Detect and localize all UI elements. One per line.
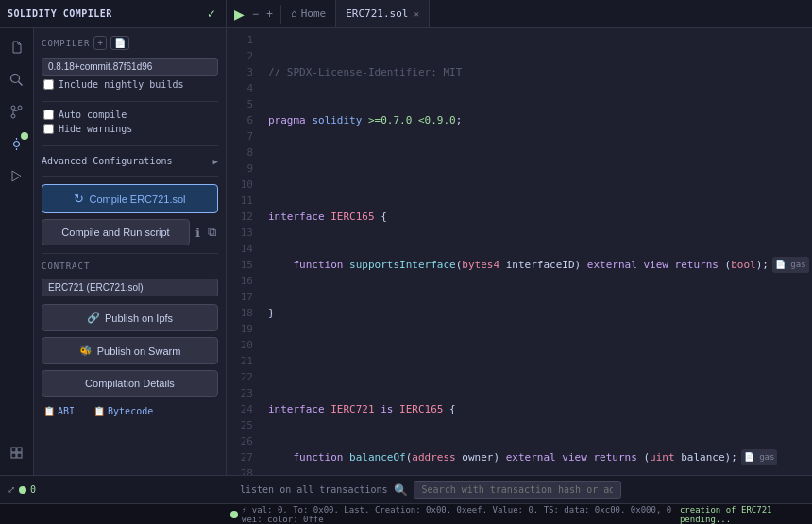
check-icon[interactable]: ✓ bbox=[205, 6, 218, 23]
toolbar-icons: ▶ − + bbox=[227, 5, 281, 24]
hide-warnings-checkbox[interactable] bbox=[43, 124, 54, 134]
zoom-in-icon[interactable]: + bbox=[264, 6, 275, 23]
publish-swarm-label: Publish on Swarm bbox=[97, 346, 181, 357]
advanced-section: Advanced Configurations ▶ bbox=[34, 146, 226, 176]
home-tab-label: Home bbox=[301, 8, 327, 20]
file-tab-label: ERC721.sol bbox=[346, 8, 408, 20]
advanced-config-toggle[interactable]: Advanced Configurations ▶ bbox=[42, 154, 218, 168]
svg-point-0 bbox=[11, 74, 20, 82]
home-icon: ⌂ bbox=[291, 8, 297, 20]
contract-section: CONTRACT ERC721 (ERC721.sol) 🔗 Publish o… bbox=[34, 254, 226, 424]
listen-label: listen on all transactions bbox=[240, 484, 388, 495]
compile-button-label: Compile ERC721.sol bbox=[89, 194, 185, 205]
compiler-label: COMPILER bbox=[42, 39, 90, 48]
abi-file-icon: 📋 bbox=[43, 406, 55, 416]
main-layout: COMPILER + 📄 0.8.18+commit.87f61d96 Incl… bbox=[0, 28, 812, 475]
compiler-title: SOLIDITY COMPILER bbox=[8, 8, 112, 19]
hide-warnings-row: Hide warnings bbox=[42, 124, 218, 134]
expand-icon[interactable]: ⤢ bbox=[8, 484, 15, 495]
close-tab-icon[interactable]: ✕ bbox=[414, 9, 418, 19]
zoom-out-icon[interactable]: − bbox=[250, 6, 261, 23]
compiler-panel: COMPILER + 📄 0.8.18+commit.87f61d96 Incl… bbox=[34, 28, 227, 475]
code-line-1: // SPDX-License-Identifier: MIT bbox=[268, 64, 809, 80]
tx-search-input[interactable] bbox=[414, 481, 621, 499]
sidebar-icon-compiler[interactable] bbox=[2, 128, 32, 159]
hide-warnings-label: Hide warnings bbox=[59, 124, 132, 134]
compiler-section: COMPILER + 📄 0.8.18+commit.87f61d96 Incl… bbox=[34, 28, 226, 101]
status-indicator bbox=[230, 511, 238, 518]
abi-link-label: ABI bbox=[58, 406, 75, 416]
icon-sidebar bbox=[0, 28, 34, 475]
contract-select[interactable]: ERC721 (ERC721.sol) bbox=[42, 279, 218, 296]
status-text: ⚡ val: 0. To: 0x00. Last. Creation: 0x00… bbox=[242, 505, 676, 524]
bytecode-file-icon: 📋 bbox=[93, 406, 105, 416]
compiler-label-row: COMPILER + 📄 bbox=[42, 36, 218, 50]
config-file-button[interactable]: 📄 bbox=[110, 36, 129, 50]
auto-compile-row: Auto compile bbox=[42, 110, 218, 120]
bottom-left-icons: ⤢ 0 bbox=[8, 484, 42, 495]
svg-rect-10 bbox=[11, 453, 16, 458]
tab-home[interactable]: ⌂ Home bbox=[281, 0, 336, 27]
code-line-7 bbox=[268, 353, 809, 369]
svg-point-4 bbox=[18, 106, 22, 110]
chevron-right-icon: ▶ bbox=[213, 157, 218, 166]
swarm-icon: 🐝 bbox=[79, 345, 93, 357]
bytecode-link-label: Bytecode bbox=[108, 406, 153, 416]
ipfs-icon: 🔗 bbox=[87, 312, 100, 324]
svg-point-2 bbox=[11, 106, 15, 110]
code-line-6: } bbox=[268, 305, 809, 321]
sidebar-icon-search[interactable] bbox=[2, 64, 32, 94]
advanced-config-label: Advanced Configurations bbox=[42, 156, 172, 166]
compile-run-row: Compile and Run script ℹ ⧉ bbox=[42, 219, 218, 245]
line-numbers: 12345 678910 1112131415 1617181920 21222… bbox=[227, 28, 261, 475]
auto-compile-checkbox[interactable] bbox=[43, 110, 54, 120]
tab-bar: ▶ − + ⌂ Home ERC721.sol ✕ bbox=[227, 0, 812, 27]
svg-line-1 bbox=[19, 81, 23, 85]
sidebar-icon-plugins[interactable] bbox=[2, 437, 32, 467]
publish-ipfs-button[interactable]: 🔗 Publish on Ipfs bbox=[42, 304, 218, 331]
code-line-4: interface IERC165 { bbox=[268, 209, 809, 225]
code-line-8: interface IERC721 is IERC165 { bbox=[268, 401, 809, 417]
bottom-bar: ⤢ 0 listen on all transactions 🔍 bbox=[0, 475, 812, 503]
sidebar-icon-git[interactable] bbox=[2, 96, 32, 127]
code-line-9: function balanceOf(address owner) extern… bbox=[268, 449, 809, 465]
nightly-builds-checkbox[interactable] bbox=[43, 79, 54, 90]
compile-section: ↻ Compile ERC721.sol Compile and Run scr… bbox=[34, 177, 226, 253]
code-editor[interactable]: 12345 678910 1112131415 1617181920 21222… bbox=[227, 28, 812, 475]
top-bar: SOLIDITY COMPILER ✓ ▶ − + ⌂ Home ERC721.… bbox=[0, 0, 812, 28]
copy-icon[interactable]: ⧉ bbox=[206, 223, 218, 242]
code-line-3 bbox=[268, 161, 809, 177]
abi-bytecode-row: 📋 ABI 📋 Bytecode bbox=[42, 402, 218, 416]
abi-link[interactable]: 📋 ABI bbox=[43, 406, 75, 416]
compiler-panel-header: SOLIDITY COMPILER ✓ bbox=[0, 0, 227, 27]
code-lines: // SPDX-License-Identifier: MIT pragma s… bbox=[261, 28, 812, 475]
svg-marker-7 bbox=[12, 171, 21, 181]
nightly-builds-row: Include nightly builds bbox=[42, 79, 218, 90]
svg-rect-9 bbox=[17, 448, 22, 452]
sidebar-icon-files[interactable] bbox=[2, 32, 32, 62]
tab-file[interactable]: ERC721.sol ✕ bbox=[336, 0, 430, 27]
options-section: Auto compile Hide warnings bbox=[34, 102, 226, 145]
code-line-2: pragma solidity >=0.7.0 <0.9.0; bbox=[268, 112, 809, 128]
version-select[interactable]: 0.8.18+commit.87f61d96 bbox=[42, 58, 218, 76]
publish-swarm-button[interactable]: 🐝 Publish on Swarm bbox=[42, 337, 218, 364]
info-icon[interactable]: ℹ bbox=[194, 224, 202, 242]
svg-point-6 bbox=[14, 141, 20, 146]
tx-search-icon[interactable]: 🔍 bbox=[394, 483, 408, 497]
bottom-middle: listen on all transactions 🔍 bbox=[240, 481, 804, 499]
svg-rect-11 bbox=[17, 453, 22, 458]
svg-rect-8 bbox=[11, 448, 16, 452]
publish-ipfs-label: Publish on Ipfs bbox=[105, 313, 173, 324]
svg-point-3 bbox=[11, 114, 15, 118]
compilation-details-button[interactable]: Compilation Details bbox=[42, 370, 218, 397]
code-line-5: function supportsInterface(bytes4 interf… bbox=[268, 257, 809, 273]
compile-run-button[interactable]: Compile and Run script bbox=[42, 219, 190, 245]
status-bar: ⚡ val: 0. To: 0x00. Last. Creation: 0x00… bbox=[0, 503, 812, 524]
add-config-button[interactable]: + bbox=[93, 36, 107, 50]
compile-button[interactable]: ↻ Compile ERC721.sol bbox=[42, 184, 218, 213]
bytecode-link[interactable]: 📋 Bytecode bbox=[93, 406, 153, 416]
status-pending: creation of ERC721 pending... bbox=[680, 505, 804, 524]
sidebar-icon-debug[interactable] bbox=[2, 161, 32, 191]
run-button[interactable]: ▶ bbox=[232, 5, 246, 24]
nightly-builds-label: Include nightly builds bbox=[59, 79, 183, 90]
